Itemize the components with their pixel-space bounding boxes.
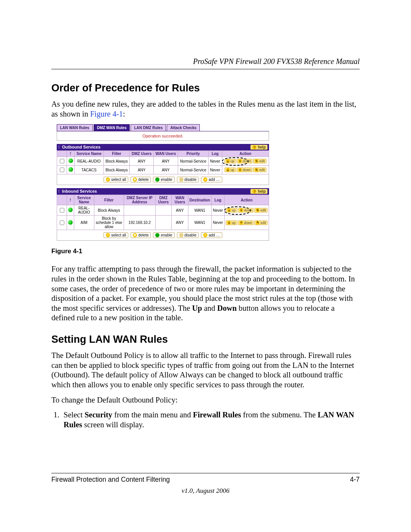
select-all-label: select all xyxy=(111,177,126,182)
cell-dmz: ANY xyxy=(130,157,153,166)
cell-service: REAL-AUDIO xyxy=(75,157,104,166)
col-log: Log xyxy=(212,195,225,205)
up-label: up xyxy=(231,159,234,163)
edit-button[interactable]: ✎edit xyxy=(254,220,268,225)
step1-text-c: from the submenu. The xyxy=(241,411,317,419)
outbound-button-row: ✓select all ✖delete enable disable +add … xyxy=(57,174,269,185)
cell-dmz xyxy=(155,216,172,230)
cell-dmz xyxy=(155,205,172,216)
edit-button[interactable]: ✎edit xyxy=(253,168,266,172)
outbound-section-bar: ⁝Outbound Services ?help xyxy=(57,144,269,150)
up-button[interactable]: ▲up xyxy=(225,168,236,172)
cell-addr: 192.168.10.2 xyxy=(124,216,155,230)
check-icon: ✓ xyxy=(106,177,110,182)
disable-icon xyxy=(179,233,183,237)
table-row: REAL-AUDIO Block Always ANY ANY Normal-S… xyxy=(57,157,269,166)
cell-service: AIM xyxy=(74,216,94,230)
disable-button[interactable]: disable xyxy=(177,177,199,182)
down-button[interactable]: ▼down xyxy=(238,208,254,212)
edit-button[interactable]: ✎edit xyxy=(254,208,268,212)
row-checkbox[interactable] xyxy=(60,208,64,212)
cell-log: Never xyxy=(209,166,222,174)
delete-label: delete xyxy=(138,177,148,182)
add-button[interactable]: +add … xyxy=(201,177,222,182)
enable-label: enable xyxy=(161,233,172,237)
down-button[interactable]: ▼down xyxy=(237,159,253,163)
col-priority: Priority xyxy=(178,151,209,157)
up-button[interactable]: ▲up xyxy=(226,208,237,212)
help-label: help xyxy=(258,145,266,149)
up-arrow-icon: ▲ xyxy=(227,221,231,225)
down-label: down xyxy=(243,168,251,172)
delete-button[interactable]: ✖delete xyxy=(131,177,151,182)
delete-icon: ✖ xyxy=(133,177,137,182)
enable-button[interactable]: enable xyxy=(153,177,174,182)
disable-label: disable xyxy=(185,233,197,237)
footer-version: v1.0, August 2006 xyxy=(51,487,360,495)
enable-icon xyxy=(155,177,159,182)
up-button[interactable]: ▲up xyxy=(225,159,236,163)
help-button[interactable]: ?help xyxy=(250,189,268,194)
lan-wan-paragraph: The Default Outbound Policy is to allow … xyxy=(51,351,360,390)
tab-dmz-wan-rules[interactable]: DMZ WAN Rules xyxy=(94,124,130,131)
down-button[interactable]: ▼down xyxy=(238,220,254,225)
cell-priority: Normal-Service xyxy=(178,157,209,166)
cell-filter: Block Always xyxy=(104,166,130,174)
tab-attack-checks[interactable]: Attack Checks xyxy=(167,124,200,131)
select-all-button[interactable]: ✓select all xyxy=(104,232,128,238)
add-button[interactable]: +add … xyxy=(201,232,222,238)
disable-icon xyxy=(179,177,183,182)
tab-lan-wan-rules[interactable]: LAN WAN Rules xyxy=(57,124,93,131)
edit-label: edit xyxy=(259,159,265,163)
col-action: Action xyxy=(224,195,269,205)
add-icon: + xyxy=(203,233,207,237)
row-checkbox[interactable] xyxy=(60,168,64,172)
row-checkbox[interactable] xyxy=(60,159,64,163)
add-label: add … xyxy=(209,177,220,182)
cell-dmz: ANY xyxy=(130,166,153,174)
edit-button[interactable]: ✎edit xyxy=(253,159,266,163)
enable-button[interactable]: enable xyxy=(153,232,174,238)
running-header: ProSafe VPN Firewall 200 FVX538 Referenc… xyxy=(51,57,360,69)
up-arrow-icon: ▲ xyxy=(227,208,231,212)
delete-button[interactable]: ✖delete xyxy=(131,232,151,238)
col-wan-users: WAN Users xyxy=(172,195,188,205)
up-button[interactable]: ▲up xyxy=(226,220,237,225)
step1-security-bold: Security xyxy=(84,411,112,419)
figure-caption: Figure 4-1 xyxy=(51,248,360,255)
check-icon: ✓ xyxy=(106,233,110,237)
figure-reference-link[interactable]: Figure 4-1 xyxy=(90,110,123,118)
cell-wan: ANY xyxy=(172,216,188,230)
status-dot-icon xyxy=(68,158,73,163)
inbound-services-table: ! Service Name Filter DMZ Server IP Addr… xyxy=(57,195,269,230)
cell-wan: ANY xyxy=(153,166,178,174)
table-row: TACACS Block Always ANY ANY Normal-Servi… xyxy=(57,166,269,174)
up-arrow-icon: ▲ xyxy=(226,168,230,172)
cell-log: Never xyxy=(209,157,222,166)
select-all-button[interactable]: ✓select all xyxy=(104,177,128,182)
col-service-name: Service Name xyxy=(74,195,94,205)
pencil-icon: ✎ xyxy=(255,159,258,163)
row-checkbox[interactable] xyxy=(60,220,64,225)
pencil-icon: ✎ xyxy=(256,221,260,225)
down-arrow-icon: ▼ xyxy=(239,221,243,225)
tab-bar: LAN WAN Rules DMZ WAN Rules LAN DMZ Rule… xyxy=(57,124,269,131)
help-button[interactable]: ?help xyxy=(250,145,268,150)
up-label: up xyxy=(231,168,234,172)
col-dmz-users: DMZ Users xyxy=(155,195,172,205)
down-button[interactable]: ▼down xyxy=(237,168,253,172)
step-1: Select Security from the main menu and F… xyxy=(61,410,360,430)
col-bang: ! xyxy=(67,151,75,157)
cell-log: Never xyxy=(212,216,225,230)
down-label: down xyxy=(244,208,252,212)
help-icon: ? xyxy=(252,145,256,149)
select-all-label: select all xyxy=(111,233,126,237)
step1-text-d: screen will display. xyxy=(82,420,144,429)
tab-lan-dmz-rules[interactable]: LAN DMZ Rules xyxy=(131,124,166,131)
disable-button[interactable]: disable xyxy=(177,232,199,238)
col-dmz-server-ip: DMZ Server IP Address xyxy=(124,195,155,205)
down-label: down xyxy=(244,221,252,225)
cell-dest: WAN1 xyxy=(188,216,211,230)
up-label: up xyxy=(232,221,236,225)
cell-service: TACACS xyxy=(75,166,104,174)
